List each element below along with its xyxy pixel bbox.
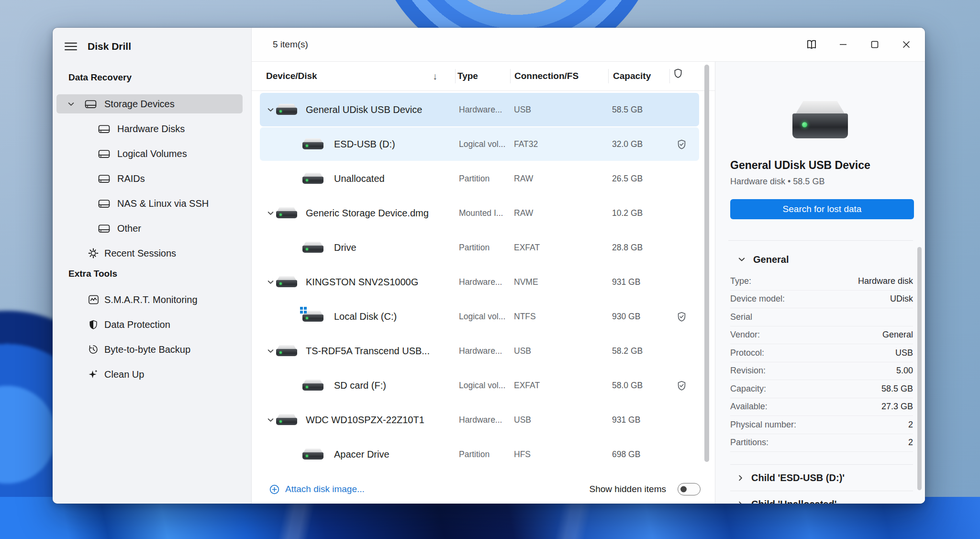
sidebar-item-hardware-disks[interactable]: Hardware Disks bbox=[56, 119, 243, 138]
sidebar-nav: Data RecoveryStorage DevicesHardware Dis… bbox=[53, 72, 251, 384]
header-separator bbox=[669, 69, 670, 83]
table-row-unallocated[interactable]: UnallocatedPartitionRAW26.5 GB bbox=[260, 162, 699, 195]
chevron-down-icon[interactable] bbox=[267, 349, 276, 353]
device-name-label: General UDisk USB Device bbox=[306, 104, 422, 115]
drive-icon bbox=[98, 174, 110, 184]
chevron-right-icon bbox=[738, 472, 743, 483]
shield-column-icon[interactable] bbox=[673, 62, 683, 90]
chevron-down-icon[interactable] bbox=[267, 280, 276, 284]
sidebar-item-label: Recent Sessions bbox=[104, 248, 176, 259]
chevron-down-icon[interactable] bbox=[267, 211, 276, 215]
property-label: Device model: bbox=[730, 294, 785, 304]
sort-descending-icon[interactable]: ↓ bbox=[433, 62, 437, 90]
items-count: 5 item(s) bbox=[273, 39, 308, 50]
drive-icon bbox=[98, 199, 110, 209]
sidebar-item-data-protection[interactable]: Data Protection bbox=[56, 315, 243, 334]
table-row-sd-card-f[interactable]: SD card (F:)Logical vol...EXFAT58.0 GB bbox=[260, 369, 699, 402]
table-row-local-disk-c[interactable]: Local Disk (C:)Logical vol...NTFS930 GB bbox=[260, 300, 699, 333]
table-row-apacer-drive[interactable]: Apacer DrivePartitionHFS698 GB bbox=[260, 438, 699, 471]
sidebar-item-clean-up[interactable]: Clean Up bbox=[56, 365, 243, 384]
column-capacity[interactable]: Capacity bbox=[613, 62, 651, 90]
hard-drive-illustration bbox=[792, 101, 848, 139]
connection-fs-cell: NVME bbox=[514, 277, 595, 287]
header-separator bbox=[510, 69, 511, 83]
show-hidden-items-toggle[interactable] bbox=[678, 483, 701, 495]
sidebar-item-label: Logical Volumes bbox=[117, 148, 187, 159]
chevron-down-icon[interactable] bbox=[267, 108, 276, 112]
drive-icon bbox=[302, 173, 323, 185]
capacity-cell: 10.2 GB bbox=[612, 208, 665, 218]
sidebar-item-s-m-a-r-t-monitoring[interactable]: S.M.A.R.T. Monitoring bbox=[56, 290, 243, 309]
sidebar-item-label: Byte-to-byte Backup bbox=[104, 344, 190, 355]
panel-divider bbox=[728, 240, 913, 241]
drive-icon bbox=[85, 99, 97, 109]
drive-icon bbox=[302, 311, 323, 323]
desktop-wallpaper: Disk Drill Data RecoveryStorage DevicesH… bbox=[0, 0, 980, 539]
property-value: 2 bbox=[908, 438, 913, 448]
help-book-icon[interactable] bbox=[796, 28, 827, 61]
child-section-child-esd-usb-d[interactable]: Child 'ESD-USB (D:)' bbox=[730, 464, 913, 491]
plus-circle-icon bbox=[269, 484, 280, 495]
sidebar-item-storage-devices[interactable]: Storage Devices bbox=[56, 94, 243, 113]
chevron-down-icon bbox=[68, 102, 75, 106]
device-table: Device/Disk ↓ Type Connection/FS Capacit… bbox=[252, 62, 715, 504]
close-icon[interactable] bbox=[891, 28, 922, 61]
sidebar-item-nas-linux-via-ssh[interactable]: NAS & Linux via SSH bbox=[56, 194, 243, 213]
table-row-general-udisk-usb-device[interactable]: General UDisk USB DeviceHardware...USB58… bbox=[260, 93, 699, 126]
chevron-down-icon bbox=[738, 257, 745, 262]
table-row-kingston-snv2s1000g[interactable]: KINGSTON SNV2S1000GHardware...NVME931 GB bbox=[260, 265, 699, 299]
table-row-drive[interactable]: DrivePartitionEXFAT28.8 GB bbox=[260, 231, 699, 264]
type-cell: Logical vol... bbox=[459, 312, 512, 322]
minimize-icon[interactable] bbox=[827, 28, 859, 61]
history-icon bbox=[87, 344, 100, 355]
table-row-esd-usb-d[interactable]: ESD-USB (D:)Logical vol...FAT3232.0 GB bbox=[260, 127, 699, 161]
type-cell: Partition bbox=[459, 243, 512, 253]
property-row-capacity: Capacity:58.5 GB bbox=[730, 380, 913, 398]
maximize-icon[interactable] bbox=[859, 28, 891, 61]
chevron-down-icon[interactable] bbox=[267, 418, 276, 422]
column-device-disk[interactable]: Device/Disk bbox=[266, 62, 317, 90]
child-section-child-unallocated[interactable]: Child 'Unallocated' bbox=[730, 491, 913, 504]
attach-disk-image-link[interactable]: Attach disk image... bbox=[269, 484, 365, 495]
device-name-label: SD card (F:) bbox=[334, 380, 386, 391]
device-name-cell: Generic Storage Device.dmg bbox=[267, 207, 429, 219]
general-section-header[interactable]: General bbox=[738, 252, 913, 267]
drive-icon bbox=[302, 380, 323, 392]
sidebar-item-label: S.M.A.R.T. Monitoring bbox=[104, 294, 198, 305]
table-row-wdc-wd10spzx-22z10t1[interactable]: WDC WD10SPZX-22Z10T1Hardware...USB931 GB bbox=[260, 403, 699, 437]
child-section-title: Child 'Unallocated' bbox=[751, 499, 836, 504]
child-section-title: Child 'ESD-USB (D:)' bbox=[751, 472, 845, 483]
device-properties: Type:Hardware diskDevice model:UDiskSeri… bbox=[730, 272, 913, 452]
sidebar-item-other[interactable]: Other bbox=[56, 219, 243, 238]
sidebar-item-recent-sessions[interactable]: Recent Sessions bbox=[56, 244, 243, 263]
table-scrollbar[interactable] bbox=[704, 65, 709, 462]
device-name-label: Local Disk (C:) bbox=[334, 311, 397, 322]
table-row-ts-rdf5a-transcend-usb[interactable]: TS-RDF5A Transcend USB...Hardware...USB5… bbox=[260, 334, 699, 368]
property-value: 58.5 GB bbox=[881, 384, 913, 394]
sidebar-item-label: NAS & Linux via SSH bbox=[117, 198, 209, 209]
table-footer: Attach disk image... Show hidden items bbox=[252, 475, 715, 504]
search-for-lost-data-button[interactable]: Search for lost data bbox=[730, 199, 914, 219]
drive-icon bbox=[302, 242, 323, 254]
table-header: Device/Disk ↓ Type Connection/FS Capacit… bbox=[252, 62, 715, 91]
connection-fs-cell: RAW bbox=[514, 174, 595, 184]
capacity-cell: 58.5 GB bbox=[612, 105, 665, 115]
property-row-physical-number: Physical number:2 bbox=[730, 416, 913, 434]
property-label: Protocol: bbox=[730, 348, 764, 358]
menu-icon[interactable] bbox=[65, 43, 77, 51]
column-connection-fs[interactable]: Connection/FS bbox=[514, 62, 579, 90]
property-row-serial: Serial bbox=[730, 308, 913, 326]
details-scrollbar[interactable] bbox=[917, 247, 922, 490]
capacity-cell: 58.0 GB bbox=[612, 381, 665, 391]
property-label: Serial bbox=[730, 312, 752, 322]
device-name-cell: Unallocated bbox=[267, 173, 385, 185]
sidebar-item-logical-volumes[interactable]: Logical Volumes bbox=[56, 144, 243, 163]
table-row-generic-storage-device-dmg[interactable]: Generic Storage Device.dmgMounted I...RA… bbox=[260, 196, 699, 230]
type-cell: Partition bbox=[459, 449, 512, 460]
sidebar-item-raids[interactable]: RAIDs bbox=[56, 169, 243, 188]
disk-drill-window: Disk Drill Data RecoveryStorage DevicesH… bbox=[53, 28, 925, 504]
column-type[interactable]: Type bbox=[457, 62, 478, 90]
property-row-partitions: Partitions:2 bbox=[730, 434, 913, 452]
content: Device/Disk ↓ Type Connection/FS Capacit… bbox=[252, 62, 925, 504]
sidebar-item-byte-to-byte-backup[interactable]: Byte-to-byte Backup bbox=[56, 340, 243, 359]
